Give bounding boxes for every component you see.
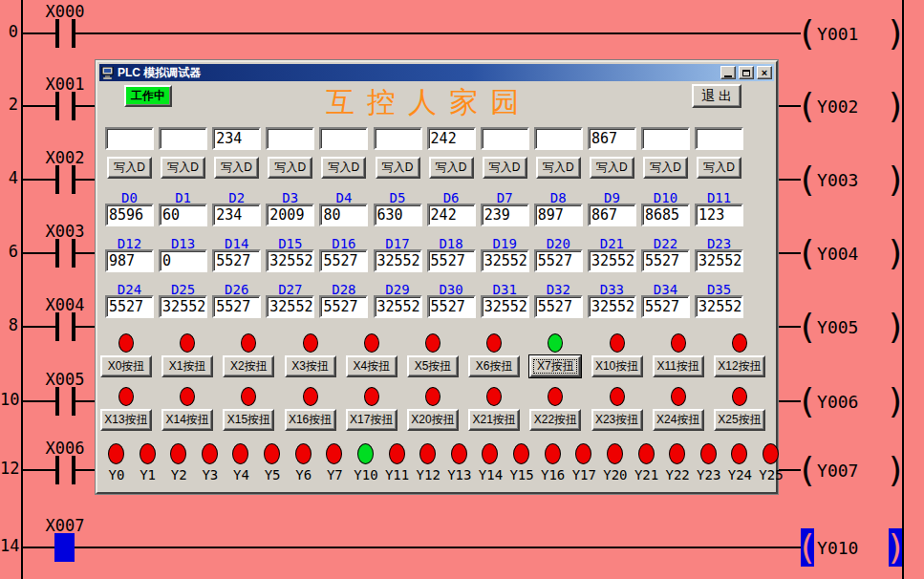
x-toggle-button-0-8[interactable]: X10按扭 [591,355,643,377]
register-value-D0[interactable] [105,204,154,226]
write-button-0[interactable]: 写入D [107,157,152,179]
x-toggle-button-0-10[interactable]: X12按扭 [714,355,765,377]
register-value-D19[interactable] [481,249,529,272]
x-toggle-button-0-4[interactable]: X4按扭 [346,355,398,377]
x-toggle-button-1-0[interactable]: X13按扭 [100,409,152,431]
write-value-input-1[interactable] [159,127,207,150]
register-value-D34[interactable] [641,295,690,318]
write-button-1[interactable]: 写入D [161,157,205,179]
register-value-D7[interactable] [481,204,529,226]
write-button-6[interactable]: 写入D [429,157,474,179]
x-toggle-button-0-9[interactable]: X11按扭 [653,355,704,377]
x-toggle-button-1-9[interactable]: X24按扭 [653,409,704,431]
coil-close-paren: ) [889,234,902,272]
write-button-4[interactable]: 写入D [321,157,366,179]
write-value-input-5[interactable] [374,127,422,150]
register-value-D24[interactable] [105,295,154,318]
x-toggle-button-1-8[interactable]: X23按扭 [591,409,643,431]
write-button-2[interactable]: 写入D [214,157,259,179]
register-value-D27[interactable] [266,295,314,318]
register-value-D3[interactable] [266,204,314,226]
x-toggle-button-1-7[interactable]: X22按扭 [529,409,581,431]
write-button-5[interactable]: 写入D [376,157,420,179]
maximize-button[interactable] [739,66,754,79]
right-power-rail [902,0,904,579]
register-value-D12[interactable] [105,249,154,272]
x-toggle-button-1-6[interactable]: X21按扭 [468,409,520,431]
register-value-D15[interactable] [266,249,314,272]
write-value-input-7[interactable] [481,127,529,150]
x-toggle-button-0-1[interactable]: X1按扭 [161,355,213,377]
register-value-D31[interactable] [481,295,529,318]
x-toggle-button-1-5[interactable]: X20按扭 [407,409,459,431]
x-toggle-button-1-1[interactable]: X14按扭 [161,409,213,431]
register-value-D10[interactable] [641,204,690,226]
x-toggle-button-0-0[interactable]: X0按扭 [100,355,152,377]
register-value-D14[interactable] [212,249,261,272]
register-value-D22[interactable] [641,249,690,272]
write-value-input-10[interactable] [641,127,690,150]
x-toggle-button-0-6[interactable]: X6按扭 [468,355,520,377]
x-toggle-button-0-7[interactable]: X7按扭 [529,355,581,377]
coil-close-paren: ) [889,161,902,199]
write-value-input-2[interactable] [212,127,261,150]
x-toggle-button-0-5[interactable]: X5按扭 [407,355,459,377]
contact-bar [55,239,59,268]
write-value-input-8[interactable] [534,127,583,150]
write-value-input-4[interactable] [319,127,368,150]
register-value-D4[interactable] [319,204,368,226]
write-button-8[interactable]: 写入D [536,157,581,179]
register-value-D29[interactable] [374,295,422,318]
computer-icon [101,67,115,79]
register-value-D33[interactable] [588,295,636,318]
register-value-D20[interactable] [534,249,583,272]
x-toggle-button-1-3[interactable]: X16按扭 [285,409,336,431]
register-value-D23[interactable] [695,249,743,272]
register-value-D18[interactable] [427,249,476,272]
x-input-light-0-8 [610,333,625,353]
y-output-light-8 [357,443,374,464]
register-value-D30[interactable] [427,295,476,318]
x-toggle-button-0-3[interactable]: X3按扭 [285,355,336,377]
register-value-D13[interactable] [159,249,207,272]
register-value-D9[interactable] [588,204,636,226]
x-toggle-button-0-2[interactable]: X2按扭 [223,355,274,377]
left-power-rail [21,0,23,579]
register-value-D2[interactable] [212,204,261,226]
write-button-7[interactable]: 写入D [483,157,527,179]
minimize-button[interactable] [720,66,736,79]
register-value-D8[interactable] [534,204,583,226]
register-value-D1[interactable] [159,204,207,226]
write-value-input-6[interactable] [427,127,476,150]
window-titlebar[interactable]: PLC 模拟调试器 × [99,64,774,81]
x-toggle-button-1-2[interactable]: X15按扭 [223,409,274,431]
write-value-input-0[interactable] [105,127,154,150]
working-status-button[interactable]: 工作中 [124,85,172,107]
x-toggle-button-1-4[interactable]: X17按扭 [346,409,398,431]
register-value-D26[interactable] [212,295,261,318]
register-value-D28[interactable] [319,295,368,318]
y-output-light-9 [389,443,405,464]
write-button-11[interactable]: 写入D [697,157,741,179]
register-value-D35[interactable] [695,295,743,318]
register-value-D6[interactable] [427,204,476,226]
write-value-input-11[interactable] [695,127,743,150]
contact-label: X003 [38,222,92,241]
write-value-input-9[interactable] [588,127,636,150]
close-button[interactable]: × [757,66,772,79]
write-value-input-3[interactable] [266,127,314,150]
write-button-9[interactable]: 写入D [590,157,634,179]
contact-bar [55,456,59,484]
exit-button[interactable]: 退 出 [692,84,741,108]
write-button-3[interactable]: 写入D [268,157,312,179]
register-value-D16[interactable] [319,249,368,272]
x-input-light-0-3 [303,333,318,353]
register-value-D17[interactable] [374,249,422,272]
register-value-D25[interactable] [159,295,207,318]
register-value-D32[interactable] [534,295,583,318]
x-toggle-button-1-10[interactable]: X25按扭 [714,409,765,431]
write-button-10[interactable]: 写入D [643,157,688,179]
register-value-D5[interactable] [374,204,422,226]
register-value-D11[interactable] [695,204,743,226]
register-value-D21[interactable] [588,249,636,272]
